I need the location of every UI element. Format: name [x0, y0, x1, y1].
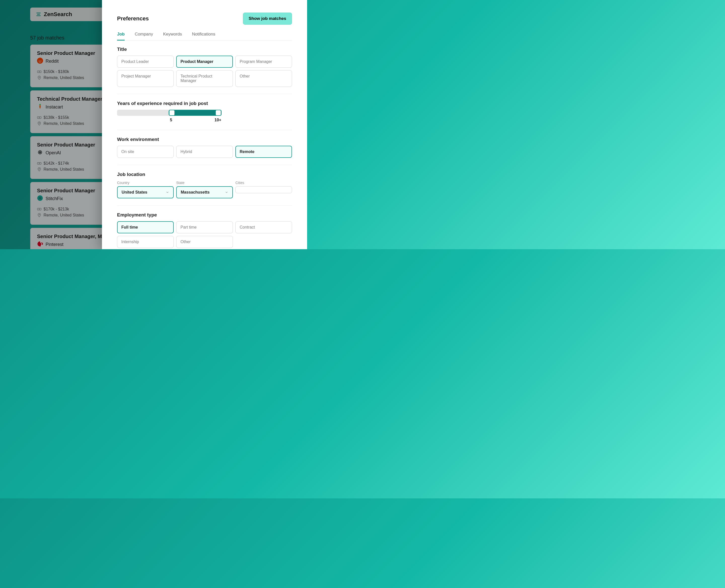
tab-notifications[interactable]: Notifications — [192, 30, 215, 41]
cities-label: Cities — [235, 181, 292, 185]
slider-handle-max[interactable] — [216, 110, 221, 115]
employment-option-full-time[interactable]: Full time — [117, 221, 174, 233]
title-options: Product LeaderProduct ManagerProgram Man… — [117, 56, 292, 87]
section-label-workenv: Work environment — [117, 137, 292, 142]
title-option-technical-product-manager[interactable]: Technical Product Manager — [176, 70, 233, 87]
panel-title: Preferences — [117, 15, 149, 22]
preferences-panel: Preferences Show job matches JobCompanyK… — [102, 0, 307, 249]
tab-job[interactable]: Job — [117, 30, 125, 41]
workenv-option-remote[interactable]: Remote — [235, 146, 292, 158]
tab-keywords[interactable]: Keywords — [163, 30, 182, 41]
employment-options: Full timePart timeContractInternshipOthe… — [117, 221, 292, 248]
country-select[interactable]: United States — [117, 186, 174, 198]
title-option-program-manager[interactable]: Program Manager — [235, 56, 292, 68]
employment-option-contract[interactable]: Contract — [235, 221, 292, 233]
show-matches-button[interactable]: Show job matches — [243, 13, 292, 25]
slider-min-label: 5 — [170, 118, 172, 122]
experience-slider[interactable] — [117, 110, 222, 116]
state-value: Massachusetts — [181, 190, 210, 194]
title-option-project-manager[interactable]: Project Manager — [117, 70, 174, 87]
section-label-title: Title — [117, 46, 292, 52]
country-value: United States — [122, 190, 147, 194]
section-label-employment: Employment type — [117, 212, 292, 218]
state-label: State — [176, 181, 233, 185]
slider-max-label: 10+ — [214, 118, 221, 122]
section-label-experience: Years of experience required in job post — [117, 101, 292, 106]
employment-option-part-time[interactable]: Part time — [176, 221, 233, 233]
title-option-product-manager[interactable]: Product Manager — [176, 56, 233, 68]
chevron-down-icon — [225, 191, 228, 194]
preferences-tabs: JobCompanyKeywordsNotifications — [117, 30, 292, 41]
slider-range — [169, 110, 222, 116]
section-label-location: Job location — [117, 172, 292, 177]
slider-handle-min[interactable] — [169, 110, 174, 115]
state-select[interactable]: Massachusetts — [176, 186, 233, 198]
workenv-option-hybrid[interactable]: Hybrid — [176, 146, 233, 158]
workenv-options: On siteHybridRemote — [117, 146, 292, 158]
employment-option-other[interactable]: Other — [176, 236, 233, 248]
chevron-down-icon — [166, 191, 169, 194]
title-option-product-leader[interactable]: Product Leader — [117, 56, 174, 68]
cities-input[interactable] — [235, 186, 292, 193]
workenv-option-on-site[interactable]: On site — [117, 146, 174, 158]
employment-option-internship[interactable]: Internship — [117, 236, 174, 248]
title-option-other[interactable]: Other — [235, 70, 292, 87]
tab-company[interactable]: Company — [135, 30, 153, 41]
country-label: Country — [117, 181, 174, 185]
